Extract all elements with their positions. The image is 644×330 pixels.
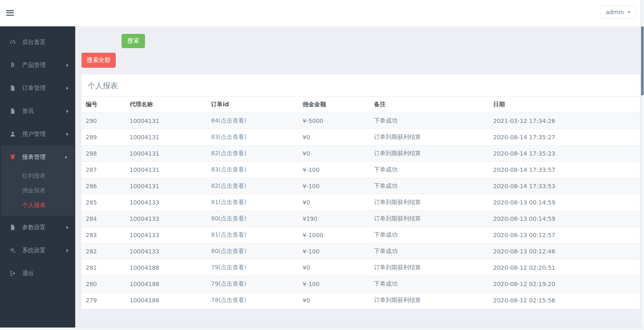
cell-commission: ¥0 bbox=[298, 129, 370, 146]
table-row: 2851000413381(点击查看)¥0订单到期获利结算2020-08-13 … bbox=[81, 194, 640, 211]
cell-commission: ¥-100 bbox=[298, 162, 370, 178]
order-detail-link[interactable]: 78(点击查看) bbox=[211, 297, 247, 303]
cell-order-id: 81(点击查看) bbox=[207, 227, 298, 243]
sidebar-item-label: 参数设置 bbox=[22, 224, 60, 231]
sidebar-item-label: 退出 bbox=[22, 270, 69, 277]
cell-date: 2020-08-13 00:14:59 bbox=[489, 194, 640, 211]
caret-down-icon bbox=[627, 11, 631, 13]
chevron-right-icon bbox=[66, 87, 69, 90]
table-row: 2861000413182(点击查看)¥-100下单成功2020-08-14 1… bbox=[81, 178, 640, 194]
column-header: 日期 bbox=[489, 97, 640, 113]
cell-date: 2020-08-12 02:20:51 bbox=[489, 260, 640, 276]
logout-icon bbox=[9, 270, 16, 277]
cell-id: 289 bbox=[81, 129, 125, 146]
chevron-right-icon bbox=[66, 64, 69, 67]
table-row: 2891000413183(点击查看)¥0订单到期获利结算2020-08-14 … bbox=[81, 129, 640, 146]
column-header: 订单id bbox=[207, 97, 298, 113]
yen-icon: ¥ bbox=[9, 154, 16, 161]
user-menu-button[interactable]: admin bbox=[600, 5, 636, 19]
cell-order-id: 82(点击查看) bbox=[207, 146, 298, 162]
cell-commission: ¥0 bbox=[298, 194, 370, 211]
cell-agent-name: 10004131 bbox=[125, 178, 207, 194]
vertical-scrollbar-thumb[interactable] bbox=[641, 26, 644, 95]
cell-commission: ¥0 bbox=[298, 260, 370, 276]
user-icon bbox=[9, 131, 16, 138]
cell-order-id: 79(点击查看) bbox=[207, 260, 298, 276]
order-detail-link[interactable]: 79(点击查看) bbox=[211, 264, 247, 271]
sidebar-item-reports[interactable]: ¥报表管理 bbox=[1, 146, 74, 169]
sidebar-item-label: 用户管理 bbox=[22, 130, 60, 138]
cell-commission: ¥-100 bbox=[298, 178, 370, 194]
cell-id: 287 bbox=[81, 162, 125, 178]
cell-remark: 订单到期获利结算 bbox=[370, 260, 489, 276]
cell-commission: ¥-5000 bbox=[298, 113, 370, 129]
order-detail-link[interactable]: 83(点击查看) bbox=[211, 133, 247, 140]
sidebar-subitem-commission-report[interactable]: 佣金报表 bbox=[1, 183, 74, 198]
table-row: 2881000413182(点击查看)¥0订单到期获利结算2020-08-14 … bbox=[81, 146, 640, 162]
order-detail-link[interactable]: 83(点击查看) bbox=[211, 166, 247, 173]
vertical-scrollbar[interactable] bbox=[640, 0, 644, 327]
sidebar-item-logout[interactable]: 退出 bbox=[0, 262, 75, 285]
cell-agent-name: 10004131 bbox=[125, 113, 207, 129]
sidebar-group-reports: ¥报表管理红利报表佣金报表个人报表 bbox=[1, 146, 74, 216]
sidebar-subitem-personal-report[interactable]: 个人报表 bbox=[1, 198, 74, 212]
order-detail-link[interactable]: 82(点击查看) bbox=[211, 182, 247, 189]
sidebar-item-users[interactable]: 用户管理 bbox=[0, 123, 75, 146]
table-row: 2831000413381(点击查看)¥-1000下单成功2020-08-13 … bbox=[81, 227, 640, 243]
cell-remark: 下单成功 bbox=[370, 113, 489, 129]
cell-remark: 订单到期获利结算 bbox=[370, 292, 489, 309]
order-detail-link[interactable]: 81(点击查看) bbox=[211, 199, 247, 205]
order-detail-link[interactable]: 80(点击查看) bbox=[211, 215, 247, 222]
bitcoin-icon bbox=[9, 62, 16, 69]
cell-date: 2020-08-14 17:35:27 bbox=[489, 129, 640, 146]
cell-id: 286 bbox=[81, 178, 125, 194]
cell-date: 2020-08-13 00:12:46 bbox=[489, 243, 640, 260]
report-panel: 个人报表 编号代理名称订单id佣金金额备注日期 2901000413184(点击… bbox=[81, 74, 640, 309]
cell-date: 2020-08-14 17:33:57 bbox=[489, 162, 640, 178]
sidebar-item-label: 后台首页 bbox=[22, 38, 69, 46]
cell-agent-name: 10004131 bbox=[125, 146, 207, 162]
order-detail-link[interactable]: 79(点击查看) bbox=[211, 280, 247, 287]
cell-date: 2020-08-14 17:35:23 bbox=[489, 146, 640, 162]
sidebar-item-label: 报表管理 bbox=[22, 153, 59, 161]
chevron-right-icon bbox=[66, 226, 69, 229]
order-detail-link[interactable]: 84(点击查看) bbox=[211, 117, 247, 124]
sidebar-item-orders[interactable]: 订单管理 bbox=[0, 77, 75, 100]
search-button[interactable]: 搜索 bbox=[122, 34, 145, 48]
cell-remark: 下单成功 bbox=[370, 178, 489, 194]
cell-commission: ¥-100 bbox=[298, 243, 370, 260]
cell-agent-name: 10004133 bbox=[125, 211, 207, 227]
sidebar-item-news[interactable]: 资讯 bbox=[0, 100, 75, 123]
cell-remark: 订单到期获利结算 bbox=[370, 129, 489, 146]
sidebar-toggle-button[interactable] bbox=[6, 10, 15, 17]
cell-agent-name: 10004131 bbox=[125, 162, 207, 178]
sidebar-item-home[interactable]: 后台首页 bbox=[0, 31, 75, 54]
table-row: 2841000413380(点击查看)¥190订单到期获利结算2020-08-1… bbox=[81, 211, 640, 227]
cell-agent-name: 10004188 bbox=[125, 260, 207, 276]
order-detail-link[interactable]: 80(点击查看) bbox=[211, 248, 247, 254]
cell-agent-name: 10004188 bbox=[125, 276, 207, 292]
cell-order-id: 84(点击查看) bbox=[207, 113, 298, 129]
table-row: 2871000413183(点击查看)¥-100下单成功2020-08-14 1… bbox=[81, 162, 640, 178]
cell-date: 2020-08-12 02:15:56 bbox=[489, 292, 640, 309]
table-row: 2801000418879(点击查看)¥-100下单成功2020-08-12 0… bbox=[81, 276, 640, 292]
cell-agent-name: 10004133 bbox=[125, 194, 207, 211]
column-header: 代理名称 bbox=[125, 97, 207, 113]
cell-order-id: 79(点击查看) bbox=[207, 276, 298, 292]
sidebar-subitem-bonus-report[interactable]: 红利报表 bbox=[1, 169, 74, 183]
sidebar-item-products[interactable]: 产品管理 bbox=[0, 54, 75, 77]
chevron-right-icon bbox=[66, 133, 69, 136]
sidebar-item-label: 订单管理 bbox=[22, 84, 60, 92]
order-detail-link[interactable]: 82(点击查看) bbox=[211, 150, 247, 156]
order-detail-link[interactable]: 81(点击查看) bbox=[211, 231, 247, 238]
cell-order-id: 83(点击查看) bbox=[207, 162, 298, 178]
sidebar-item-params[interactable]: 参数设置 bbox=[0, 216, 75, 239]
sidebar-item-label: 产品管理 bbox=[22, 61, 60, 69]
cell-order-id: 80(点击查看) bbox=[207, 211, 298, 227]
search-all-button[interactable]: 搜索全部 bbox=[81, 53, 116, 68]
sidebar-item-system[interactable]: 系统设置 bbox=[0, 239, 75, 262]
cell-remark: 下单成功 bbox=[370, 227, 489, 243]
cell-id: 284 bbox=[81, 211, 125, 227]
horizontal-scrollbar[interactable] bbox=[0, 327, 644, 330]
cell-order-id: 80(点击查看) bbox=[207, 243, 298, 260]
